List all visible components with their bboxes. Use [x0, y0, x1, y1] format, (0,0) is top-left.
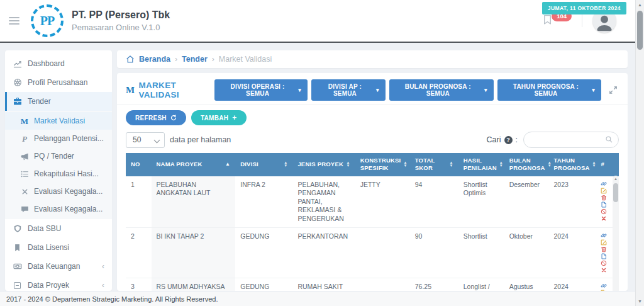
copyright-text: 2017 - 2024 © Departemen Strategic Marke… [6, 295, 218, 303]
scroll-down-arrow-icon[interactable] [636, 299, 644, 303]
caret-down-icon [592, 88, 595, 93]
cell-jenis-proyek: RUMAH SAKIT [292, 278, 355, 291]
link-icon[interactable] [601, 232, 607, 239]
page-title: M MARKET VALIDASI [126, 81, 214, 99]
breadcrumb-current: Market Validasi [219, 55, 272, 64]
cell-no: 3 [126, 278, 152, 291]
sidebar-item-data-lisensi[interactable]: Data Lisensi [5, 238, 112, 257]
cell-hasil-penilaian: Longlist / Cadangan [458, 278, 504, 291]
col-tahun-prognosa[interactable]: TAHUN PROGNOSA [549, 153, 596, 176]
expand-arrows-icon [609, 86, 618, 94]
sidebar-item-label: Data SBU [28, 224, 61, 233]
search-label: Cari [487, 135, 501, 144]
sidebar-item-evaluasi-kegagalan-2[interactable]: Evaluasi Kegagala... [5, 200, 112, 218]
edit-icon[interactable] [601, 239, 607, 246]
sidebar-item-label: Pelanggan Potensi... [34, 134, 104, 143]
chevron-left-icon [102, 263, 104, 270]
header-divider [582, 14, 582, 27]
market-validasi-m-icon: M [20, 117, 29, 125]
col-bulan-prognosa[interactable]: BULAN PROGNOSA [504, 153, 549, 176]
edit-icon[interactable] [601, 188, 607, 194]
page-size-select[interactable]: 50 [126, 133, 164, 147]
ban-icon[interactable] [601, 260, 607, 266]
filter-bulan-prognosa[interactable]: BULAN PROGNOSA : SEMUA [389, 79, 494, 101]
page-scrollbar-thumb[interactable] [637, 11, 643, 50]
filter-tahun-prognosa[interactable]: TAHUN PROGNOSA : SEMUA [497, 79, 601, 101]
caret-down-icon [376, 88, 379, 93]
home-icon [126, 55, 135, 64]
file-icon[interactable] [601, 253, 607, 259]
toolbar: REFRESH TAMBAH [126, 110, 619, 125]
help-question-icon[interactable] [504, 136, 513, 144]
breadcrumb-tender[interactable]: Tender [182, 55, 208, 64]
file-icon[interactable] [601, 201, 607, 208]
sidebar-item-rekapitulasi[interactable]: Rekapitulasi Hasi... [5, 165, 112, 183]
edit-icon[interactable] [601, 290, 607, 291]
expand-button[interactable] [608, 84, 619, 96]
ban-icon[interactable] [601, 208, 607, 215]
hamburger-menu-icon[interactable] [9, 17, 19, 25]
scroll-up-arrow-icon[interactable] [636, 3, 644, 7]
cell-total-skor: 90 [410, 228, 458, 278]
filter-divisi-operasi[interactable]: DIVISI OPERASI : SEMUA [214, 79, 308, 101]
remove-icon[interactable] [601, 215, 607, 222]
scroll-up-arrow-icon[interactable] [613, 177, 619, 181]
delete-icon[interactable] [601, 195, 607, 201]
col-nama-proyek[interactable]: NAMA PROYEK [152, 153, 236, 176]
sidebar-item-data-proyek[interactable]: Data Proyek [5, 276, 112, 291]
search-cluster: Cari : [487, 132, 619, 148]
refresh-button[interactable]: REFRESH [126, 110, 186, 125]
pelanggan-p-icon: P [20, 135, 29, 143]
pager-row: 50 data per halaman Cari : [126, 132, 619, 148]
page-size-select-wrap: 50 [126, 132, 165, 148]
sidebar-item-data-keuangan[interactable]: Data Keuangan [5, 257, 112, 276]
cell-jenis-proyek: PERKANTORAN [292, 228, 355, 278]
delete-icon[interactable] [601, 246, 607, 252]
remove-icon[interactable] [601, 267, 607, 273]
sidebar-item-evaluasi-kegagalan-1[interactable]: Evaluasi Kegagala... [5, 183, 112, 200]
table-scrollbar [613, 176, 619, 291]
sidebar-item-label: Data Proyek [28, 281, 69, 290]
cell-no: 2 [126, 228, 152, 278]
table-scrollbar-thumb[interactable] [613, 183, 618, 202]
breadcrumb-beranda[interactable]: Beranda [139, 55, 170, 64]
sidebar-item-pq-tender[interactable]: PQ / Tender [5, 147, 112, 165]
col-hasil-penilaian[interactable]: HASIL PENILAIAN [458, 153, 504, 176]
filter-divisi-ap[interactable]: DIVISI AP : SEMUA [311, 79, 386, 101]
tambah-button[interactable]: TAMBAH [191, 110, 247, 125]
cell-nama-proyek: RS UMUM ADHYAKSA CEGER [152, 278, 236, 291]
square-minus-icon [13, 281, 22, 290]
breadcrumb-separator-icon [175, 55, 177, 64]
cell-divisi: GEDUNG [235, 228, 292, 278]
col-divisi[interactable]: DIVISI [235, 153, 292, 176]
col-total-skor[interactable]: TOTAL SKOR [410, 153, 458, 176]
chevron-left-icon [102, 281, 104, 289]
megaphone-icon [20, 152, 29, 161]
sort-icon [548, 161, 552, 167]
search-icon [605, 135, 613, 145]
divider [117, 105, 628, 105]
market-validasi-card: M MARKET VALIDASI DIVISI OPERASI : SEMUA… [117, 73, 628, 291]
cell-bulan-prognosa: Agustus [504, 278, 549, 291]
cell-tahun-prognosa: 2024 [549, 228, 596, 278]
sidebar-item-tender[interactable]: Tender [5, 92, 112, 111]
sidebar-item-label: Data Lisensi [28, 243, 69, 252]
sidebar-item-label: PQ / Tender [34, 152, 74, 161]
sidebar-item-profil-perusahaan[interactable]: Profil Perusahaan [5, 73, 112, 92]
sidebar-item-pelanggan-potensi[interactable]: P Pelanggan Potensi... [5, 130, 112, 147]
link-icon[interactable] [601, 181, 607, 187]
notifications-button[interactable]: 104 [542, 14, 572, 28]
sort-icon [403, 161, 407, 167]
table-header-row: NO NAMA PROYEK DIVISI JENIS PROYEK KONST… [126, 153, 619, 176]
col-jenis-proyek[interactable]: JENIS PROYEK [292, 153, 355, 176]
sidebar-item-dashboard[interactable]: Dashboard [5, 54, 112, 73]
cell-konstruksi-spesifik [355, 228, 410, 278]
col-no[interactable]: NO [126, 153, 152, 176]
link-icon[interactable] [601, 283, 607, 289]
filter-buttons: DIVISI OPERASI : SEMUA DIVISI AP : SEMUA… [214, 79, 619, 101]
table-row: 1 PELABUHAN ANGKATAN LAUT INFRA 2 PELABU… [126, 176, 619, 228]
cell-total-skor: 94 [410, 176, 458, 228]
col-konstruksi-spesifik[interactable]: KONSTRUKSI SPESIFIK [355, 153, 410, 176]
sidebar-item-data-sbu[interactable]: Data SBU [5, 219, 112, 238]
sidebar-item-market-validasi[interactable]: M Market Validasi [5, 112, 112, 130]
